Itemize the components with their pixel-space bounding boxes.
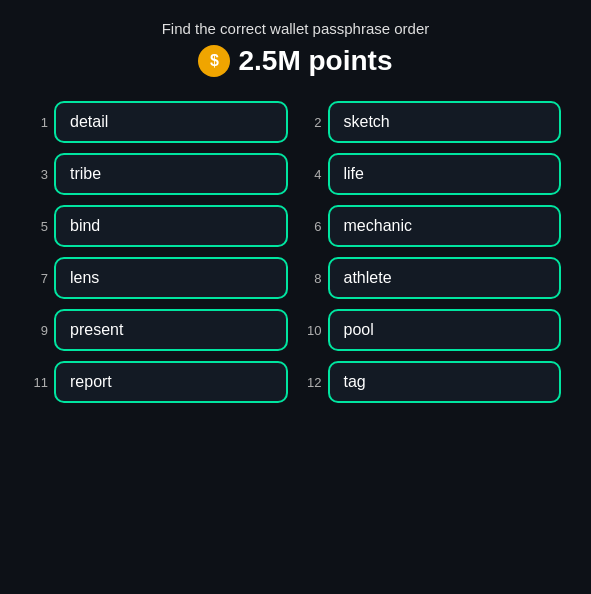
word-box[interactable]: tag [328,361,562,403]
word-grid: 1detail2sketch3tribe4life5bind6mechanic7… [30,101,561,403]
word-item: 4life [304,153,562,195]
word-item: 9present [30,309,288,351]
instruction-text: Find the correct wallet passphrase order [162,20,430,37]
word-box[interactable]: detail [54,101,288,143]
coin-icon: $ [198,45,230,77]
points-text: 2.5M points [238,45,392,77]
points-row: $ 2.5M points [162,45,430,77]
word-box[interactable]: report [54,361,288,403]
word-number: 1 [30,115,48,130]
word-box[interactable]: life [328,153,562,195]
word-item: 2sketch [304,101,562,143]
word-number: 2 [304,115,322,130]
word-number: 3 [30,167,48,182]
word-item: 3tribe [30,153,288,195]
word-box[interactable]: lens [54,257,288,299]
word-box[interactable]: sketch [328,101,562,143]
word-box[interactable]: tribe [54,153,288,195]
word-item: 11report [30,361,288,403]
word-number: 7 [30,271,48,286]
word-item: 7lens [30,257,288,299]
word-number: 10 [304,323,322,338]
word-number: 12 [304,375,322,390]
word-box[interactable]: mechanic [328,205,562,247]
word-number: 5 [30,219,48,234]
word-item: 10pool [304,309,562,351]
word-box[interactable]: present [54,309,288,351]
word-box[interactable]: pool [328,309,562,351]
word-box[interactable]: athlete [328,257,562,299]
word-number: 8 [304,271,322,286]
word-number: 6 [304,219,322,234]
word-item: 6mechanic [304,205,562,247]
word-item: 8athlete [304,257,562,299]
word-number: 4 [304,167,322,182]
header: Find the correct wallet passphrase order… [162,20,430,77]
word-number: 11 [30,375,48,390]
word-item: 1detail [30,101,288,143]
word-item: 5bind [30,205,288,247]
word-item: 12tag [304,361,562,403]
word-box[interactable]: bind [54,205,288,247]
word-number: 9 [30,323,48,338]
